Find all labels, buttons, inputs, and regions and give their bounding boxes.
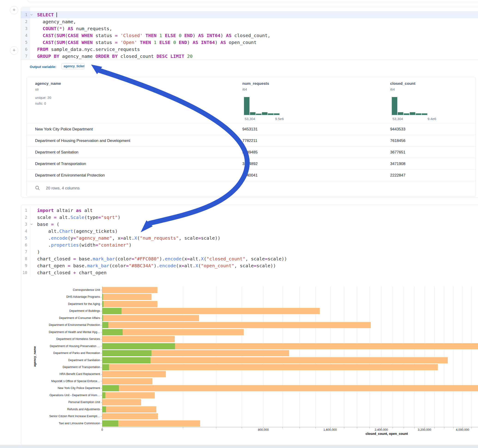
y-axis-tick bbox=[101, 374, 102, 374]
closed-count-bar bbox=[102, 399, 141, 405]
line-number: 10 bbox=[21, 269, 30, 276]
column-type: i64 bbox=[390, 87, 395, 91]
code-line[interactable]: 6 .properties(width="container") bbox=[21, 242, 478, 249]
line-number: 4 bbox=[21, 32, 30, 39]
chart-gridline bbox=[330, 286, 330, 427]
table-body[interactable]: New York City Police Department945313194… bbox=[26, 123, 476, 181]
closed-count-bar bbox=[102, 392, 155, 398]
search-icon[interactable] bbox=[35, 186, 40, 191]
fold-chevron-icon[interactable] bbox=[30, 221, 34, 228]
code-line[interactable]: 5 .encode(y="agency_name", x=alt.X("num_… bbox=[21, 235, 478, 242]
closed-count-bar bbox=[102, 357, 448, 363]
x-axis-tick bbox=[183, 427, 183, 428]
code-line[interactable]: 6FROM sample_data.nyc.service_requests bbox=[21, 46, 478, 53]
python-code-editor[interactable]: 1import altair as alt2scale = alt.Scale(… bbox=[21, 207, 478, 276]
y-axis-label: HRA Benefit Card Replacement bbox=[59, 372, 100, 376]
table-row[interactable]: Department of Housing Preservation and D… bbox=[26, 135, 476, 147]
output-variable-pill[interactable]: agency_tickets bbox=[61, 63, 85, 69]
chart-gridline bbox=[242, 286, 242, 427]
x-axis-tick bbox=[404, 427, 404, 428]
add-cell-button-top[interactable]: + bbox=[10, 6, 18, 14]
y-axis-label: Department of Environmental Protection bbox=[49, 323, 100, 327]
chart-gridline bbox=[183, 286, 183, 427]
column-header[interactable]: agency_name bbox=[35, 81, 61, 86]
x-axis-tick-label: 1,600,000 bbox=[323, 428, 337, 431]
open-count-bar bbox=[102, 350, 151, 356]
code-line[interactable]: 8chart_closed = base.mark_bar(color="#FF… bbox=[21, 255, 478, 262]
line-number: 7 bbox=[21, 249, 30, 255]
y-axis-label: Department of Buildings bbox=[69, 309, 100, 312]
x-axis-tick bbox=[444, 427, 444, 428]
x-axis-tick bbox=[453, 427, 453, 428]
x-axis-line bbox=[102, 427, 478, 427]
histogram-max-label: 9.5e6 bbox=[275, 117, 284, 121]
line-number: 2 bbox=[21, 214, 30, 221]
y-axis-tick bbox=[101, 332, 102, 332]
y-axis-label: Department of Health and Mental Hyg… bbox=[49, 330, 100, 334]
column-header[interactable]: closed_count bbox=[390, 81, 415, 86]
add-cell-button-middle[interactable]: + bbox=[10, 46, 18, 55]
y-axis-tick bbox=[101, 388, 102, 389]
line-number: 5 bbox=[21, 235, 30, 242]
x-axis-tick bbox=[283, 427, 283, 428]
x-axis-tick-label: 4,000,000 bbox=[456, 428, 469, 431]
y-axis-label: Department of Sanitation bbox=[68, 359, 100, 362]
table-cell: 7618456 bbox=[390, 135, 405, 146]
line-number: 4 bbox=[21, 228, 30, 235]
column-header[interactable]: num_requests bbox=[242, 81, 269, 86]
y-axis-label: Operations Unit - Department of Hom… bbox=[49, 394, 100, 397]
x-axis-title: closed_count, open_count bbox=[365, 432, 408, 436]
code-line[interactable]: 7GROUP BY agency_name ORDER BY closed_co… bbox=[21, 53, 478, 60]
y-axis-label: DHS Advantage Programs bbox=[66, 295, 100, 299]
table-cell: 9443533 bbox=[390, 124, 405, 135]
y-axis-tick bbox=[101, 311, 102, 311]
column-type: i64 bbox=[242, 87, 247, 91]
sql-code-editor[interactable]: 1SELECT 2 agency_name,3 COUNT(*) AS num_… bbox=[21, 11, 478, 60]
y-axis-tick bbox=[101, 395, 102, 395]
open-count-bar bbox=[102, 357, 151, 363]
notebook-page: + + 1SELECT 2 agency_name,3 COUNT(*) AS … bbox=[0, 0, 478, 448]
code-line[interactable]: 9chart_open = base.mark_bar(color="#8BC3… bbox=[21, 262, 478, 269]
sql-cell-card: 1SELECT 2 agency_name,3 COUNT(*) AS num_… bbox=[21, 7, 478, 198]
table-row[interactable]: Department of Environmental Protection22… bbox=[26, 170, 476, 181]
code-line[interactable]: 2scale = alt.Scale(type="sqrt") bbox=[21, 214, 478, 221]
y-axis-label: Department of Parks and Recreation bbox=[53, 351, 100, 355]
y-axis-line bbox=[102, 286, 102, 428]
y-axis-tick bbox=[101, 339, 102, 339]
y-axis-tick bbox=[101, 318, 102, 318]
y-axis-title: agency_name bbox=[33, 346, 37, 367]
code-line[interactable]: 1SELECT bbox=[21, 11, 478, 18]
table-cell: 2222847 bbox=[390, 170, 405, 181]
code-line[interactable]: 10chart_closed + chart_open bbox=[21, 269, 478, 276]
y-axis-tick bbox=[101, 381, 102, 381]
code-line[interactable]: 2 agency_name, bbox=[21, 18, 478, 25]
code-line[interactable]: 7) bbox=[21, 249, 478, 255]
x-axis-tick-label: 800,000 bbox=[258, 428, 269, 431]
y-axis-label: Mayorâ€ s Office of Special Enforce… bbox=[51, 380, 100, 383]
chart-gridline bbox=[344, 286, 344, 427]
code-line[interactable]: 1import altair as alt bbox=[21, 207, 478, 214]
open-count-bar bbox=[102, 385, 119, 391]
closed-count-bar bbox=[102, 378, 152, 384]
code-line[interactable]: 3 COUNT(*) AS num_requests, bbox=[21, 25, 478, 32]
x-axis-tick bbox=[216, 427, 216, 428]
line-number: 9 bbox=[21, 262, 30, 269]
table-cell: Department of Environmental Protection bbox=[35, 170, 105, 181]
table-row[interactable]: Department of Sanitation37494853677651 bbox=[26, 147, 476, 158]
code-line[interactable]: 3base = ( bbox=[21, 221, 478, 228]
table-row[interactable]: Department of Transportation377489234719… bbox=[26, 158, 476, 170]
code-line[interactable]: 4 CAST(SUM(CASE WHEN status = 'Closed' T… bbox=[21, 32, 478, 39]
chart-gridline bbox=[463, 286, 463, 427]
code-line[interactable]: 5 CAST(SUM(CASE WHEN status = 'Open' THE… bbox=[21, 39, 478, 46]
table-cell: 3677651 bbox=[390, 147, 405, 158]
histogram-max-label: 9.4e6 bbox=[428, 117, 436, 121]
chart-gridline bbox=[444, 286, 444, 427]
y-axis-tick bbox=[101, 297, 102, 297]
fold-chevron-icon[interactable] bbox=[30, 11, 34, 18]
table-row[interactable]: New York City Police Department945313194… bbox=[26, 124, 476, 135]
histogram-min-label: 53,304 bbox=[392, 117, 403, 121]
chart-gridline bbox=[263, 286, 264, 427]
table-cell: 3749485 bbox=[242, 147, 258, 158]
chart-gridline bbox=[369, 286, 370, 427]
code-line[interactable]: 4 alt.Chart(agency_tickets) bbox=[21, 228, 478, 235]
